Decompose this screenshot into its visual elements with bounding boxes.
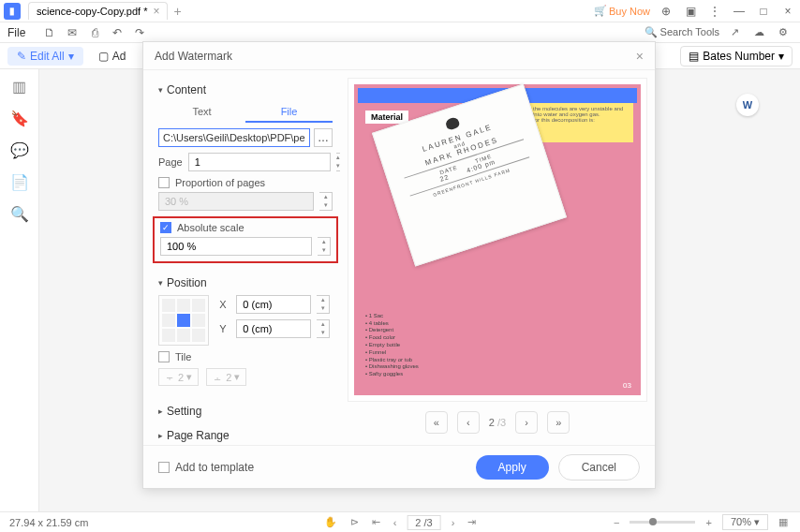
file-path-input[interactable] <box>158 128 310 147</box>
preview-note: the molecules are very unstable andinto … <box>530 103 633 142</box>
zoom-level[interactable]: 70% ▾ <box>722 514 768 530</box>
y-spinner[interactable]: ▴▾ <box>317 319 330 338</box>
page-indicator[interactable]: 2 /3 <box>407 515 440 530</box>
pager-prev-button[interactable]: ‹ <box>457 411 480 434</box>
account-icon[interactable]: ▣ <box>682 3 699 20</box>
caret-down-icon: ▾ <box>158 85 163 95</box>
dialog-close-icon[interactable]: × <box>636 49 644 64</box>
preview-list: • 1 Sac • 4 tables • Detergent • Food co… <box>365 313 419 378</box>
apply-button[interactable]: Apply <box>476 455 549 480</box>
gift-icon[interactable]: ⊕ <box>658 3 674 20</box>
save-icon[interactable]: 🗋 <box>40 23 59 42</box>
pager-total: /3 <box>497 417 506 428</box>
cancel-button[interactable]: Cancel <box>558 454 640 480</box>
zoom-in-icon[interactable]: + <box>703 517 714 528</box>
redo-icon[interactable]: ↷ <box>130 23 149 42</box>
next-page-icon[interactable]: › <box>449 517 458 528</box>
tab-text[interactable]: Text <box>158 102 245 123</box>
tile-checkbox[interactable] <box>158 351 170 362</box>
tile-label: Tile <box>175 351 191 362</box>
tile-horizontal-button: ⫠ 2 ▾ <box>206 368 246 386</box>
absolute-scale-label: Absolute scale <box>177 222 244 233</box>
file-menu[interactable]: File <box>7 26 25 39</box>
pager-last-button[interactable]: » <box>547 411 570 434</box>
dialog-footer: Add to template Apply Cancel <box>143 445 655 488</box>
add-tab-button[interactable]: + <box>173 4 181 19</box>
attachment-icon[interactable]: 📄 <box>10 172 29 191</box>
more-icon[interactable]: ⋮ <box>706 3 723 20</box>
settings-icon[interactable]: ⚙ <box>774 23 793 42</box>
proportion-label: Proportion of pages <box>175 177 265 188</box>
comment-icon[interactable]: 💬 <box>10 140 29 159</box>
undo-icon[interactable]: ↶ <box>108 23 126 42</box>
maximize-button[interactable]: □ <box>755 3 772 20</box>
browse-button[interactable]: … <box>314 128 333 147</box>
add-button[interactable]: ▢ Ad <box>91 47 134 66</box>
absolute-scale-highlight: ✓ Absolute scale ▴▾ <box>153 216 338 263</box>
statusbar: 27.94 x 21.59 cm ✋ ⊳ ⇤ ‹ 2 /3 › ⇥ − + 70… <box>0 511 800 532</box>
last-page-icon[interactable]: ⇥ <box>465 516 479 528</box>
x-label: X <box>219 299 230 310</box>
dialog-form-panel: ▾Content Text File … Page ▴▾ Proportion … <box>143 70 340 445</box>
sidebar: ▥ 🔖 💬 📄 🔍 <box>0 69 39 511</box>
pager-next-button[interactable]: › <box>515 411 538 434</box>
x-spinner[interactable]: ▴▾ <box>317 295 330 314</box>
position-center[interactable] <box>177 314 190 327</box>
fit-page-icon[interactable]: ▦ <box>776 516 791 528</box>
zoom-slider[interactable] <box>630 521 695 524</box>
setting-section-header[interactable]: ▸Setting <box>158 399 333 423</box>
dialog-preview-panel: the molecules are very unstable andinto … <box>340 70 655 445</box>
search-icon[interactable]: 🔍 <box>10 204 29 223</box>
thumbnails-icon[interactable]: ▥ <box>10 77 29 96</box>
zoom-out-icon[interactable]: − <box>611 517 622 528</box>
share-icon[interactable]: ↗ <box>725 23 744 42</box>
titlebar: ▮ science-copy-Copy.pdf * × + 🛒 Buy Now … <box>0 0 800 22</box>
preview-pager: « ‹ 2 /3 › » <box>348 402 647 437</box>
absolute-scale-spinner[interactable]: ▴▾ <box>318 237 331 256</box>
app-icon: ▮ <box>4 3 21 20</box>
hand-tool-icon[interactable]: ✋ <box>321 516 340 528</box>
print-icon[interactable]: ⎙ <box>85 23 104 42</box>
absolute-scale-checkbox[interactable]: ✓ <box>160 222 171 233</box>
minimize-button[interactable]: — <box>731 3 748 20</box>
preview-materials-label: Material <box>365 111 408 124</box>
cloud-icon[interactable]: ☁ <box>749 23 768 42</box>
proportion-checkbox[interactable] <box>158 177 170 188</box>
buy-now-label: Buy Now <box>609 6 650 17</box>
tab-title: science-copy-Copy.pdf * <box>37 6 147 17</box>
page-range-section-header[interactable]: ▸Page Range <box>158 423 333 445</box>
y-label: Y <box>219 323 230 334</box>
page-label: Page <box>158 156 183 168</box>
page-dimensions: 27.94 x 21.59 cm <box>9 517 88 528</box>
tile-vertical-button: ⫟ 2 ▾ <box>158 368 199 386</box>
content-section-header[interactable]: ▾Content <box>158 78 333 102</box>
tab-file[interactable]: File <box>245 102 333 123</box>
mail-icon[interactable]: ✉ <box>63 23 81 42</box>
document-tab[interactable]: science-copy-Copy.pdf * × <box>28 2 168 20</box>
x-input[interactable] <box>236 295 311 314</box>
absolute-scale-input[interactable] <box>160 237 312 256</box>
search-tools[interactable]: 🔍 Search Tools <box>644 26 719 38</box>
dialog-title: Add Watermark <box>155 50 232 63</box>
add-template-label: Add to template <box>175 461 254 474</box>
pager-first-button[interactable]: « <box>425 411 448 434</box>
proportion-input <box>158 192 314 211</box>
add-template-checkbox[interactable] <box>158 462 170 473</box>
close-icon[interactable]: × <box>153 5 159 18</box>
watermark-preview: the molecules are very unstable andinto … <box>348 78 647 402</box>
pager-current: 2 <box>489 417 495 428</box>
first-page-icon[interactable]: ⇤ <box>369 516 383 528</box>
dialog-header: Add Watermark × <box>143 42 655 70</box>
select-tool-icon[interactable]: ⊳ <box>348 516 362 528</box>
edit-all-button[interactable]: ✎ Edit All ▾ <box>7 47 83 66</box>
position-grid[interactable] <box>158 295 209 346</box>
position-section-header[interactable]: ▾Position <box>158 271 333 295</box>
add-watermark-dialog: Add Watermark × ▾Content Text File … Pag… <box>142 41 656 489</box>
close-button[interactable]: × <box>779 3 796 20</box>
y-input[interactable] <box>236 319 311 338</box>
page-input[interactable] <box>188 153 331 171</box>
buy-now-link[interactable]: 🛒 Buy Now <box>594 5 650 17</box>
bookmark-icon[interactable]: 🔖 <box>10 109 29 127</box>
prev-page-icon[interactable]: ‹ <box>391 517 400 528</box>
caret-down-icon: ▾ <box>158 278 163 288</box>
